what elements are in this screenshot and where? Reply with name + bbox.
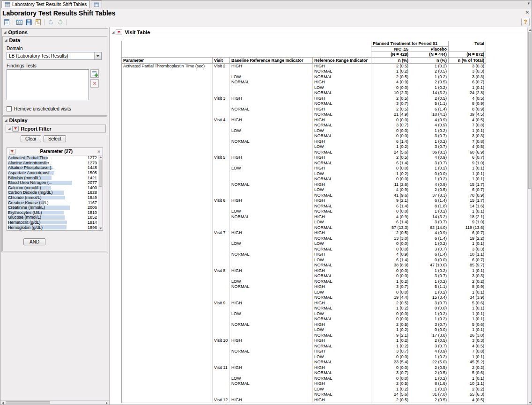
journal-button[interactable] xyxy=(34,18,42,26)
scroll-up-icon[interactable] xyxy=(99,156,102,158)
filter-item[interactable]: Carbon Dioxide (mg/dL)1828 xyxy=(7,190,98,195)
filter-close-icon[interactable]: ✕ xyxy=(97,149,101,154)
table-cell xyxy=(230,150,313,155)
table-cell: HIGH xyxy=(313,252,371,258)
filter-item-count: 1810 xyxy=(88,210,97,215)
table-cell: LOW xyxy=(230,166,313,171)
findings-tests-buttons: ✕ xyxy=(90,69,99,100)
tab-data-table[interactable] xyxy=(91,0,102,8)
report-filter-menu-button[interactable] xyxy=(12,126,19,132)
table-cell xyxy=(213,80,230,85)
table-cell xyxy=(122,69,213,74)
scroll-down-icon[interactable] xyxy=(99,228,102,229)
filter-item[interactable]: Chloride (mmol/L)1849 xyxy=(7,195,98,200)
scroll-left-icon[interactable] xyxy=(2,402,4,405)
nic-column-header: NIC .15 xyxy=(371,46,410,52)
filter-item[interactable]: Alkaline Phosphatase (...1448 xyxy=(7,165,98,170)
table-cell: HIGH xyxy=(313,230,371,236)
add-tests-button[interactable] xyxy=(90,69,99,78)
domain-select[interactable]: LB (Laboratory Test Results) xyxy=(7,52,102,60)
filter-item[interactable]: Calcium (mmol/L)1400 xyxy=(7,185,98,191)
table-cell: 1 (0.2) xyxy=(410,166,449,171)
sidebar-horizontal-scrollbar[interactable] xyxy=(0,400,109,405)
report-filter-header[interactable]: ◢ Report Filter xyxy=(6,125,105,132)
scroll-right-icon[interactable] xyxy=(106,402,108,405)
findings-tests-listbox[interactable] xyxy=(7,69,89,100)
filter-scrollbar[interactable] xyxy=(98,155,103,230)
table-cell: 3 (0.7) xyxy=(371,284,410,290)
table-cell xyxy=(122,338,213,344)
disclosure-icon[interactable]: ◢ xyxy=(5,118,7,122)
filter-item[interactable]: Blood Urea Nitrogen (...2077 xyxy=(7,180,98,185)
filter-item[interactable]: Hematocrit (g/dL)1914 xyxy=(7,220,98,225)
table-cell: NORMAL xyxy=(230,284,313,290)
table-cell xyxy=(122,354,213,360)
filter-item[interactable]: Hemoglobin (g/dL)1896 xyxy=(7,225,98,230)
disclosure-icon[interactable]: ◢ xyxy=(4,30,6,34)
filter-item[interactable]: Alanine Aminotransfer...1279 xyxy=(7,161,98,166)
table-cell: 9 (1.0) xyxy=(449,161,486,166)
table-cell: 19 (4.4) xyxy=(371,295,410,301)
table-cell: 17 (3.8) xyxy=(410,333,449,339)
parameter-filter-menu-button[interactable] xyxy=(9,149,15,155)
table-cell: 2 (0.2) xyxy=(449,365,486,371)
filter-scrollbar-thumb[interactable] xyxy=(99,160,102,187)
vertical-scrollbar[interactable] xyxy=(527,27,532,405)
horizontal-scrollbar-thumb[interactable] xyxy=(6,401,50,404)
filter-item-label: Alkaline Phosphatase (... xyxy=(8,165,86,170)
filter-item[interactable]: Creatinine (mmol/L)2006 xyxy=(7,205,98,210)
select-button[interactable]: Select xyxy=(44,135,66,142)
table-cell: 2 (0.5) xyxy=(371,63,410,69)
table-cell: 2 (0.5) xyxy=(410,398,449,403)
table-cell: 3 (0.3) xyxy=(449,133,486,139)
remove-tests-button[interactable]: ✕ xyxy=(90,79,99,88)
table-cell xyxy=(230,85,313,91)
data-table-button[interactable] xyxy=(15,18,23,26)
table-row: NORMAL21 (4.9)18 (4.1)39 (4.5) xyxy=(122,112,486,118)
help-button[interactable]: ? xyxy=(521,18,530,26)
disclosure-icon[interactable]: ◢ xyxy=(112,30,114,34)
table-cell: 1 (0.1) xyxy=(449,290,486,295)
table-cell xyxy=(213,290,230,295)
table-cell: NORMAL xyxy=(313,101,371,107)
scroll-down-icon[interactable] xyxy=(529,402,532,404)
filter-item[interactable]: Creatine Kinase (U/L)1167 xyxy=(7,200,98,205)
pin-icon[interactable]: ▾ xyxy=(527,1,530,6)
report-filter-panel: ◢ Report Filter xyxy=(6,125,106,133)
table-cell: LOW xyxy=(313,128,371,134)
refresh-button[interactable] xyxy=(46,18,55,26)
remove-unscheduled-checkbox[interactable] xyxy=(7,106,12,111)
filter-item[interactable]: Bilirubin (mmol/L)1421 xyxy=(7,175,98,180)
combo-dropdown-button[interactable] xyxy=(94,52,101,59)
parameter-filter-box: Parameter (27) ✕ Activated Partial Thro.… xyxy=(7,147,103,231)
scroll-up-icon[interactable] xyxy=(529,29,532,31)
disclosure-icon[interactable]: ◢ xyxy=(8,127,10,130)
filter-item-label: Creatinine (mmol/L) xyxy=(8,205,86,210)
table-cell xyxy=(213,139,230,145)
options-header[interactable]: ◢ Options xyxy=(2,29,108,36)
data-section-header[interactable]: ◢ Data xyxy=(3,37,107,44)
open-report-button[interactable] xyxy=(2,18,11,26)
clear-button[interactable]: Clear xyxy=(21,135,41,142)
table-cell: 60 (6.9) xyxy=(449,150,486,155)
rerun-button[interactable] xyxy=(56,18,64,26)
table-cell: NORMAL xyxy=(313,161,371,166)
table-cell xyxy=(213,247,230,252)
save-button[interactable] xyxy=(24,18,33,26)
disclosure-icon[interactable]: ◢ xyxy=(5,38,7,42)
visit-table-menu-button[interactable] xyxy=(116,29,122,35)
vertical-scrollbar-thumb[interactable] xyxy=(528,32,531,189)
table-cell: 45 (5.2) xyxy=(449,360,486,365)
filter-item[interactable]: Glucose (mmol/L)1852 xyxy=(7,215,98,220)
tab-shift-tables[interactable]: Laboratory Test Results Shift Tables xyxy=(1,0,90,8)
close-icon[interactable]: ✕ xyxy=(525,10,529,15)
filter-item[interactable]: Activated Partial Thro...1272 xyxy=(7,155,98,161)
table-cell: 1 (0.1) xyxy=(449,268,486,274)
table-cell xyxy=(230,317,313,322)
table-cell: NORMAL xyxy=(313,74,371,80)
table-cell: 1 (0.2) xyxy=(410,63,449,69)
display-section-header[interactable]: ◢ Display xyxy=(3,117,107,124)
filter-item[interactable]: Erythrocytes (U/L)1810 xyxy=(7,210,98,215)
filter-item[interactable]: Aspartate Aminotransf...1505 xyxy=(7,170,98,176)
and-button[interactable]: AND xyxy=(23,238,45,245)
